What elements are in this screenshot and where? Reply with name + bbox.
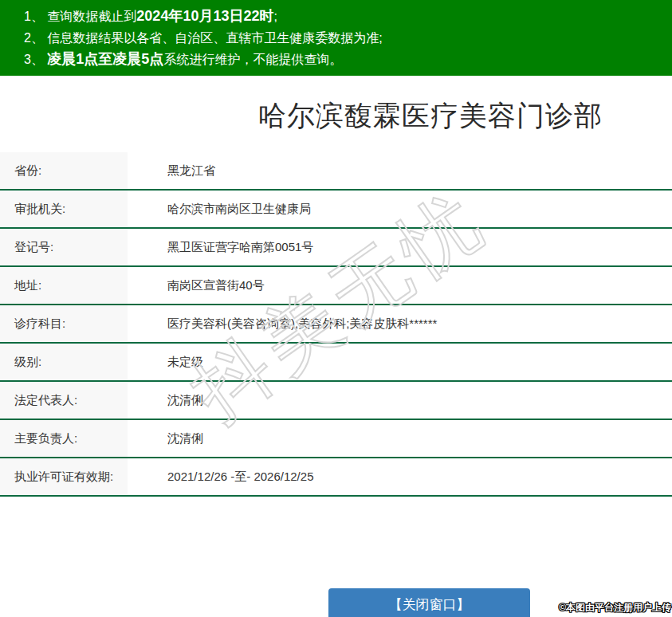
table-row-legal-representative: 法定代表人: 沈清俐 xyxy=(0,382,672,420)
row-value: 未定级 xyxy=(128,355,203,370)
row-label: 主要负责人: xyxy=(0,420,128,457)
notice-line-3: 3、 凌晨1点至凌晨5点系统进行维护，不能提供查询。 xyxy=(24,49,672,70)
row-value: 南岗区宣普街40号 xyxy=(128,278,265,293)
table-row-license-validity: 执业许可证有效期: 2021/12/26 -至- 2026/12/25 xyxy=(0,458,672,497)
notice-line-3-bold: 凌晨1点至凌晨5点 xyxy=(47,51,163,67)
row-label: 法定代表人: xyxy=(0,382,128,419)
page-title: 哈尔滨馥霖医疗美容门诊部 xyxy=(189,97,672,135)
notice-line-1-bold: 2024年10月13日22时 xyxy=(136,8,273,24)
row-label: 级别: xyxy=(0,344,128,380)
row-value: 黑卫医证营字哈南第0051号 xyxy=(128,240,313,255)
row-value: 医疗美容科(美容咨询室);美容外科;美容皮肤科****** xyxy=(128,316,437,332)
table-row-main-responsible-person: 主要负责人: 沈清俐 xyxy=(0,420,672,458)
row-label: 审批机关: xyxy=(0,191,128,227)
table-row-medical-subjects: 诊疗科目: 医疗美容科(美容咨询室);美容外科;美容皮肤科****** xyxy=(0,305,672,344)
notice-banner: 1、 查询数据截止到2024年10月13日22时; 2、 信息数据结果以各省、自… xyxy=(0,0,672,76)
table-row-address: 地址: 南岗区宣普街40号 xyxy=(0,267,672,305)
notice-line-3-prefix: 3、 xyxy=(24,53,47,66)
row-label: 诊疗科目: xyxy=(0,305,128,342)
table-row-registration-number: 登记号: 黑卫医证营字哈南第0051号 xyxy=(0,229,672,267)
close-window-button[interactable]: 【关闭窗口】 xyxy=(328,588,530,617)
table-row-province: 省份: 黑龙江省 xyxy=(0,152,672,191)
notice-line-1-suffix: ; xyxy=(273,10,277,23)
info-table: 省份: 黑龙江省 审批机关: 哈尔滨市南岗区卫生健康局 登记号: 黑卫医证营字哈… xyxy=(0,152,672,497)
notice-line-3-suffix: 系统进行维护，不能提供查询。 xyxy=(163,53,342,66)
row-label: 登记号: xyxy=(0,229,128,265)
table-row-level: 级别: 未定级 xyxy=(0,344,672,382)
table-row-approval-authority: 审批机关: 哈尔滨市南岗区卫生健康局 xyxy=(0,191,672,229)
notice-line-2: 2、 信息数据结果以各省、自治区、直辖市卫生健康委数据为准; xyxy=(24,27,672,49)
attribution-text: ©本图由平台注册用户上传 xyxy=(559,601,671,615)
row-value: 2021/12/26 -至- 2026/12/25 xyxy=(128,470,313,485)
notice-line-2-prefix: 2、 信息数据结果以各省、自治区、直辖市卫生健康委数据为准; xyxy=(24,31,383,45)
row-value: 哈尔滨市南岗区卫生健康局 xyxy=(128,202,311,217)
row-value: 沈清俐 xyxy=(128,431,203,446)
row-label: 执业许可证有效期: xyxy=(0,458,128,495)
row-label: 省份: xyxy=(0,152,128,189)
row-value: 沈清俐 xyxy=(128,393,203,408)
row-value: 黑龙江省 xyxy=(128,163,215,179)
row-label: 地址: xyxy=(0,267,128,304)
notice-line-1: 1、 查询数据截止到2024年10月13日22时; xyxy=(24,6,672,27)
notice-line-1-prefix: 1、 查询数据截止到 xyxy=(24,10,136,23)
